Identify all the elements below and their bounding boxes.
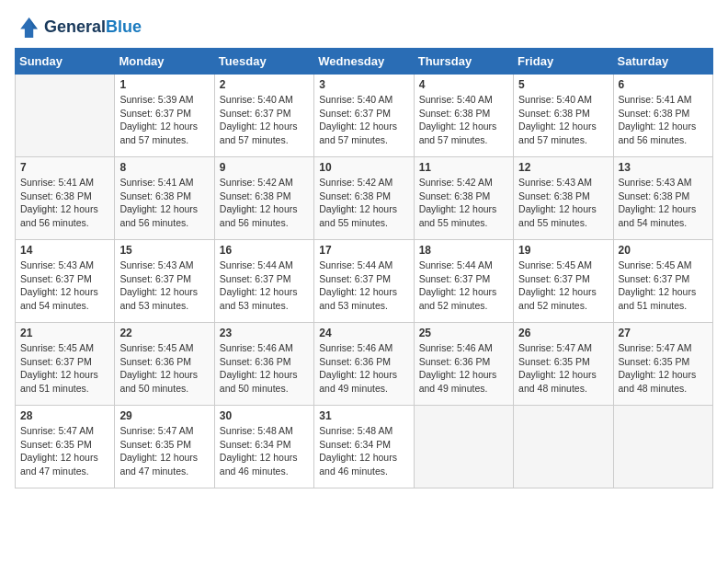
day-number: 18 <box>419 244 508 257</box>
calendar-cell: 5 Sunrise: 5:40 AM Sunset: 6:38 PM Dayli… <box>514 75 613 157</box>
calendar-cell: 7 Sunrise: 5:41 AM Sunset: 6:38 PM Dayli… <box>16 157 115 240</box>
calendar-cell <box>16 75 115 157</box>
day-number: 14 <box>20 244 109 257</box>
column-header-friday: Friday <box>514 49 613 75</box>
day-info: Sunrise: 5:44 AM Sunset: 6:37 PM Dayligh… <box>419 259 508 313</box>
logo-general: General <box>44 17 106 36</box>
day-number: 15 <box>119 244 209 257</box>
day-info: Sunrise: 5:42 AM Sunset: 6:38 PM Dayligh… <box>419 176 508 230</box>
day-info: Sunrise: 5:46 AM Sunset: 6:36 PM Dayligh… <box>419 341 508 396</box>
day-info: Sunrise: 5:48 AM Sunset: 6:34 PM Dayligh… <box>220 424 309 478</box>
day-info: Sunrise: 5:46 AM Sunset: 6:36 PM Dayligh… <box>319 341 408 396</box>
day-number: 10 <box>319 161 408 174</box>
calendar-cell <box>514 406 613 488</box>
day-info: Sunrise: 5:47 AM Sunset: 6:35 PM Dayligh… <box>20 424 109 478</box>
calendar-cell: 10 Sunrise: 5:42 AM Sunset: 6:38 PM Dayl… <box>314 157 414 240</box>
calendar-cell <box>613 406 712 488</box>
calendar-cell: 18 Sunrise: 5:44 AM Sunset: 6:37 PM Dayl… <box>414 240 513 323</box>
calendar-table: SundayMondayTuesdayWednesdayThursdayFrid… <box>15 48 713 488</box>
calendar-cell: 11 Sunrise: 5:42 AM Sunset: 6:38 PM Dayl… <box>414 157 513 240</box>
day-number: 5 <box>518 78 608 91</box>
calendar-cell: 14 Sunrise: 5:43 AM Sunset: 6:37 PM Dayl… <box>16 240 115 323</box>
calendar-week-2: 7 Sunrise: 5:41 AM Sunset: 6:38 PM Dayli… <box>16 157 713 240</box>
day-number: 22 <box>119 327 209 339</box>
calendar-cell: 1 Sunrise: 5:39 AM Sunset: 6:37 PM Dayli… <box>115 75 214 157</box>
calendar-cell: 22 Sunrise: 5:45 AM Sunset: 6:36 PM Dayl… <box>115 323 214 406</box>
calendar-cell: 30 Sunrise: 5:48 AM Sunset: 6:34 PM Dayl… <box>214 406 313 488</box>
column-header-wednesday: Wednesday <box>314 49 414 75</box>
day-info: Sunrise: 5:45 AM Sunset: 6:36 PM Dayligh… <box>119 341 209 396</box>
calendar-cell: 12 Sunrise: 5:43 AM Sunset: 6:38 PM Dayl… <box>514 157 613 240</box>
day-number: 12 <box>518 161 608 174</box>
calendar-cell: 4 Sunrise: 5:40 AM Sunset: 6:38 PM Dayli… <box>414 75 513 157</box>
day-number: 1 <box>119 78 209 91</box>
day-info: Sunrise: 5:43 AM Sunset: 6:37 PM Dayligh… <box>20 259 109 313</box>
calendar-cell: 8 Sunrise: 5:41 AM Sunset: 6:38 PM Dayli… <box>115 157 214 240</box>
day-info: Sunrise: 5:40 AM Sunset: 6:38 PM Dayligh… <box>518 93 608 147</box>
logo-text: GeneralBlue <box>44 18 142 37</box>
day-info: Sunrise: 5:41 AM Sunset: 6:38 PM Dayligh… <box>619 93 708 147</box>
calendar-cell: 9 Sunrise: 5:42 AM Sunset: 6:38 PM Dayli… <box>214 157 313 240</box>
calendar-cell: 27 Sunrise: 5:47 AM Sunset: 6:35 PM Dayl… <box>613 323 712 406</box>
day-info: Sunrise: 5:40 AM Sunset: 6:37 PM Dayligh… <box>220 93 309 147</box>
calendar-cell: 3 Sunrise: 5:40 AM Sunset: 6:37 PM Dayli… <box>314 75 414 157</box>
day-number: 25 <box>419 327 508 339</box>
column-header-saturday: Saturday <box>613 49 712 75</box>
calendar-cell: 26 Sunrise: 5:47 AM Sunset: 6:35 PM Dayl… <box>514 323 613 406</box>
calendar-cell: 21 Sunrise: 5:45 AM Sunset: 6:37 PM Dayl… <box>16 323 115 406</box>
calendar-cell: 13 Sunrise: 5:43 AM Sunset: 6:38 PM Dayl… <box>613 157 712 240</box>
day-number: 2 <box>220 78 309 91</box>
day-info: Sunrise: 5:41 AM Sunset: 6:38 PM Dayligh… <box>119 176 209 230</box>
page-header: GeneralBlue <box>15 15 713 40</box>
day-number: 4 <box>419 78 508 91</box>
calendar-cell <box>414 406 513 488</box>
day-number: 8 <box>119 161 209 174</box>
day-info: Sunrise: 5:44 AM Sunset: 6:37 PM Dayligh… <box>319 259 408 313</box>
day-info: Sunrise: 5:40 AM Sunset: 6:38 PM Dayligh… <box>419 93 508 147</box>
day-number: 21 <box>20 327 109 339</box>
day-number: 23 <box>220 327 309 339</box>
day-number: 11 <box>419 161 508 174</box>
calendar-cell: 2 Sunrise: 5:40 AM Sunset: 6:37 PM Dayli… <box>214 75 313 157</box>
calendar-cell: 6 Sunrise: 5:41 AM Sunset: 6:38 PM Dayli… <box>613 75 712 157</box>
calendar-week-1: 1 Sunrise: 5:39 AM Sunset: 6:37 PM Dayli… <box>16 75 713 157</box>
day-info: Sunrise: 5:48 AM Sunset: 6:34 PM Dayligh… <box>319 424 408 478</box>
calendar-week-5: 28 Sunrise: 5:47 AM Sunset: 6:35 PM Dayl… <box>16 406 713 488</box>
day-number: 16 <box>220 244 309 257</box>
calendar-week-3: 14 Sunrise: 5:43 AM Sunset: 6:37 PM Dayl… <box>16 240 713 323</box>
day-number: 27 <box>619 327 708 339</box>
day-info: Sunrise: 5:47 AM Sunset: 6:35 PM Dayligh… <box>119 424 209 478</box>
day-info: Sunrise: 5:47 AM Sunset: 6:35 PM Dayligh… <box>619 341 708 396</box>
logo: GeneralBlue <box>15 15 142 40</box>
day-number: 17 <box>319 244 408 257</box>
calendar-cell: 16 Sunrise: 5:44 AM Sunset: 6:37 PM Dayl… <box>214 240 313 323</box>
day-number: 9 <box>220 161 309 174</box>
column-header-thursday: Thursday <box>414 49 513 75</box>
day-number: 31 <box>319 409 408 422</box>
day-number: 6 <box>619 78 708 91</box>
day-number: 26 <box>518 327 608 339</box>
calendar-cell: 19 Sunrise: 5:45 AM Sunset: 6:37 PM Dayl… <box>514 240 613 323</box>
day-info: Sunrise: 5:47 AM Sunset: 6:35 PM Dayligh… <box>518 341 608 396</box>
calendar-cell: 15 Sunrise: 5:43 AM Sunset: 6:37 PM Dayl… <box>115 240 214 323</box>
day-info: Sunrise: 5:45 AM Sunset: 6:37 PM Dayligh… <box>518 259 608 313</box>
day-info: Sunrise: 5:40 AM Sunset: 6:37 PM Dayligh… <box>319 93 408 147</box>
calendar-cell: 23 Sunrise: 5:46 AM Sunset: 6:36 PM Dayl… <box>214 323 313 406</box>
column-header-monday: Monday <box>115 49 214 75</box>
day-info: Sunrise: 5:42 AM Sunset: 6:38 PM Dayligh… <box>319 176 408 230</box>
calendar-cell: 20 Sunrise: 5:45 AM Sunset: 6:37 PM Dayl… <box>613 240 712 323</box>
logo-blue: Blue <box>106 17 142 36</box>
day-info: Sunrise: 5:43 AM Sunset: 6:37 PM Dayligh… <box>119 259 209 313</box>
calendar-header-row: SundayMondayTuesdayWednesdayThursdayFrid… <box>16 49 713 75</box>
day-info: Sunrise: 5:43 AM Sunset: 6:38 PM Dayligh… <box>518 176 608 230</box>
calendar-week-4: 21 Sunrise: 5:45 AM Sunset: 6:37 PM Dayl… <box>16 323 713 406</box>
day-number: 29 <box>119 409 209 422</box>
day-number: 7 <box>20 161 109 174</box>
column-header-sunday: Sunday <box>16 49 115 75</box>
day-number: 24 <box>319 327 408 339</box>
day-info: Sunrise: 5:42 AM Sunset: 6:38 PM Dayligh… <box>220 176 309 230</box>
day-info: Sunrise: 5:45 AM Sunset: 6:37 PM Dayligh… <box>619 259 708 313</box>
day-info: Sunrise: 5:44 AM Sunset: 6:37 PM Dayligh… <box>220 259 309 313</box>
day-number: 13 <box>619 161 708 174</box>
calendar-cell: 24 Sunrise: 5:46 AM Sunset: 6:36 PM Dayl… <box>314 323 414 406</box>
